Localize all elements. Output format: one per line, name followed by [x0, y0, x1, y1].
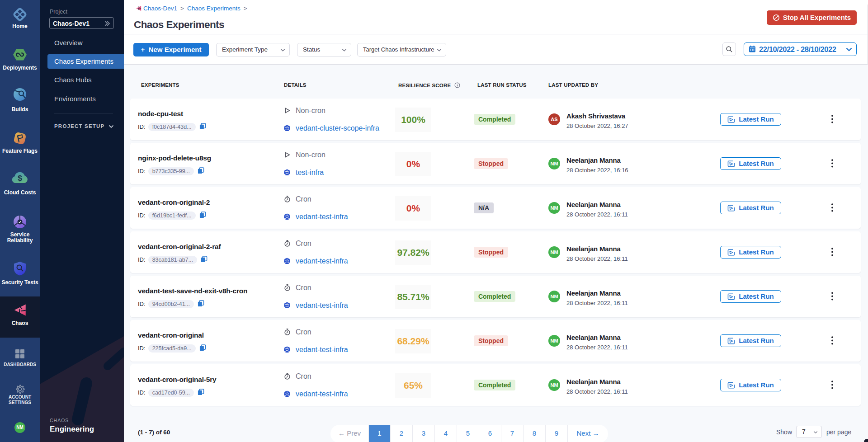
svg-text:$: $	[18, 174, 22, 183]
